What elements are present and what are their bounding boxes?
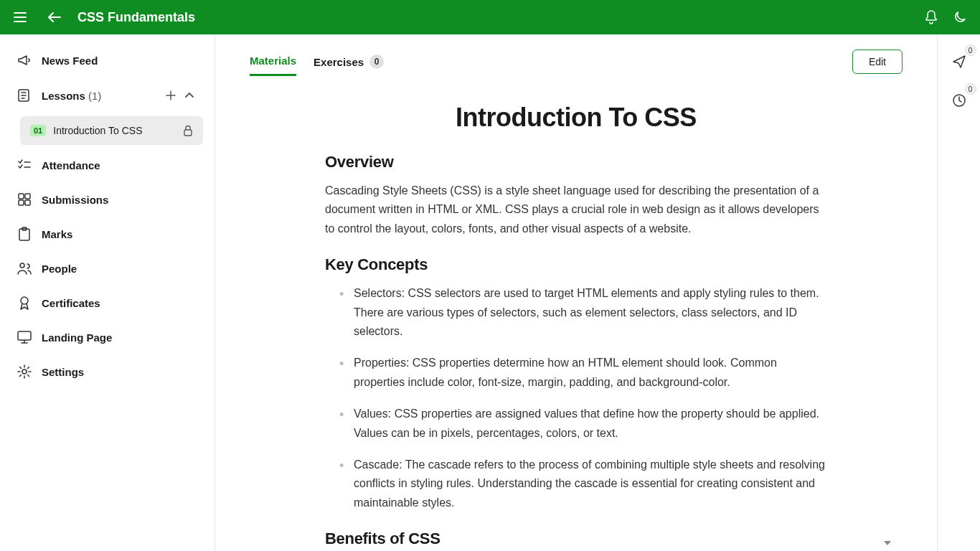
moon-icon[interactable]	[948, 6, 971, 29]
back-icon[interactable]	[43, 6, 66, 29]
svg-point-8	[20, 263, 24, 268]
sidebar-item-news-feed[interactable]: News Feed	[0, 43, 215, 77]
heading-benefits: Benefits of CSS	[325, 529, 827, 548]
list-item: Cascade: The cascade refers to the proce…	[339, 456, 827, 512]
svg-rect-10	[18, 331, 31, 340]
sidebar-item-lessons[interactable]: Lessons (1)	[0, 77, 215, 113]
tab-materials[interactable]: Materials	[250, 47, 296, 76]
sidebar-item-landing-page[interactable]: Landing Page	[0, 320, 215, 354]
checklist-icon	[17, 158, 32, 172]
gear-icon	[17, 364, 32, 379]
list-item: Values: CSS properties are assigned valu…	[339, 405, 827, 443]
heading-key-concepts: Key Concepts	[325, 255, 827, 274]
megaphone-icon	[17, 53, 32, 67]
exercises-count-badge: 0	[369, 55, 384, 69]
nav-label: People	[42, 263, 197, 275]
clock-badge: 0	[965, 83, 976, 95]
svg-rect-1	[184, 130, 192, 136]
nav-label: News Feed	[42, 55, 197, 67]
sidebar-item-submissions[interactable]: Submissions	[0, 182, 215, 217]
clipboard-icon	[17, 227, 32, 241]
nav-label: Settings	[42, 366, 197, 378]
nav-label: Attendance	[42, 159, 197, 171]
send-icon[interactable]: 0	[946, 49, 972, 75]
nav-label: Certificates	[42, 297, 197, 309]
list-item: Selectors: CSS selectors are used to tar…	[339, 284, 827, 341]
tab-exercises[interactable]: Exercises 0	[314, 47, 384, 76]
sidebar-item-settings[interactable]: Settings	[0, 354, 215, 389]
lock-icon	[183, 125, 193, 136]
list-icon	[17, 88, 32, 103]
sidebar-item-attendance[interactable]: Attendance	[0, 148, 215, 182]
main-content: Materials Exercises 0 Edit Introduction …	[215, 34, 937, 551]
menu-icon[interactable]	[9, 6, 32, 29]
svg-point-11	[22, 369, 27, 374]
clock-icon[interactable]: 0	[946, 88, 972, 113]
people-icon	[17, 261, 32, 276]
chevron-up-icon[interactable]	[182, 88, 197, 103]
tab-bar: Materials Exercises 0 Edit	[215, 34, 937, 77]
doc-title: Introduction To CSS	[325, 103, 827, 133]
lesson-name: Introduction To CSS	[53, 125, 176, 136]
svg-rect-5	[25, 200, 30, 205]
lesson-item[interactable]: 01 Introduction To CSS	[20, 116, 203, 145]
nav-label: Landing Page	[42, 331, 197, 344]
sidebar-item-certificates[interactable]: Certificates	[0, 286, 215, 320]
sidebar-item-marks[interactable]: Marks	[0, 217, 215, 251]
sidebar: News Feed Lessons (1) 01 Introduction To…	[0, 34, 215, 551]
badge-icon	[17, 296, 32, 310]
svg-rect-2	[19, 194, 24, 199]
content-scroll[interactable]: Introduction To CSS Overview Cascading S…	[215, 77, 937, 551]
nav-label: Marks	[42, 228, 197, 240]
page-title: CSS Fundamentals	[77, 10, 195, 25]
bell-icon[interactable]	[920, 6, 943, 29]
nav-label: Lessons (1)	[42, 90, 153, 102]
heading-overview: Overview	[325, 153, 827, 171]
grid-icon	[17, 192, 32, 207]
svg-point-9	[21, 297, 28, 304]
nav-label: Submissions	[42, 194, 197, 206]
svg-rect-4	[19, 200, 24, 205]
list-item: Properties: CSS properties determine how…	[339, 354, 827, 392]
edit-button[interactable]: Edit	[852, 50, 903, 74]
document: Introduction To CSS Overview Cascading S…	[325, 103, 827, 548]
top-bar: CSS Fundamentals	[0, 0, 980, 34]
plus-icon[interactable]	[163, 88, 179, 103]
svg-rect-3	[25, 194, 30, 199]
monitor-icon	[17, 330, 32, 344]
right-rail: 0 0	[937, 34, 980, 551]
paragraph: Cascading Style Sheets (CSS) is a style …	[325, 182, 827, 238]
send-badge: 0	[965, 44, 976, 56]
sidebar-item-people[interactable]: People	[0, 251, 215, 286]
lesson-number: 01	[30, 125, 46, 136]
dropdown-toggle-icon[interactable]	[884, 541, 891, 545]
